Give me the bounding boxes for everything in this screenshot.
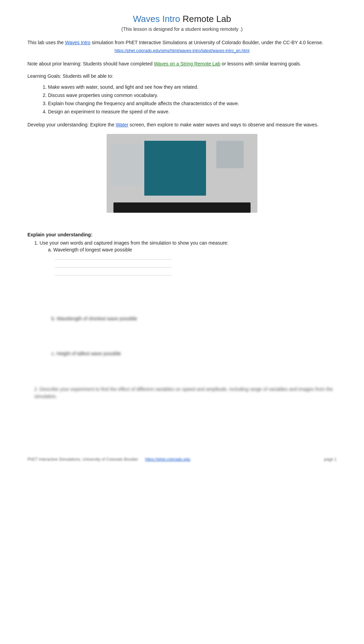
learning-goal-4: Design an experiment to measure the spee… bbox=[48, 108, 337, 116]
develop-text-after: screen, then explore to make water waves… bbox=[128, 122, 318, 127]
simulation-container bbox=[27, 134, 337, 213]
explain-title: Explain your understanding: bbox=[27, 232, 337, 237]
blank-line-2 bbox=[55, 267, 171, 268]
sim-center-panel bbox=[144, 141, 206, 196]
sim-bottom-bar bbox=[113, 202, 251, 213]
learning-goals-label: Learning Goals: Students will be able to… bbox=[27, 72, 337, 80]
sub-c-label: c. Height of tallest wave possible bbox=[51, 351, 121, 356]
simulation-image bbox=[107, 134, 257, 213]
subtitle: (This lesson is designed for a student w… bbox=[27, 26, 337, 32]
develop-section: Develop your understanding: Explore the … bbox=[27, 121, 337, 128]
footer-text: PhET Interactive Simulations, University… bbox=[27, 457, 138, 462]
title-remote: Remote Lab bbox=[180, 14, 231, 24]
answer-lines-a bbox=[55, 259, 337, 275]
blurred-section-b: b. Wavelength of shortest wave possible bbox=[34, 316, 337, 321]
footer-page: page 1 bbox=[324, 457, 337, 462]
question-1: 1. Use your own words and captured image… bbox=[27, 240, 337, 356]
prior-learning-text-after: or lessons with similar learning goals. bbox=[220, 61, 301, 66]
footer-link[interactable]: https://phet.colorado.edu bbox=[145, 457, 190, 462]
blank-line-3 bbox=[55, 275, 171, 275]
develop-text-before: Explore the bbox=[89, 122, 116, 127]
learning-goals-section: Learning Goals: Students will be able to… bbox=[27, 72, 337, 116]
sub-item-c: c. Height of tallest wave possible bbox=[41, 351, 337, 356]
sim-background bbox=[107, 134, 257, 213]
blurred-section-c: c. Height of tallest wave possible bbox=[34, 351, 337, 356]
waves-string-link[interactable]: Waves on a String Remote Lab bbox=[154, 61, 220, 66]
learning-goal-3: Explain how changing the frequency and a… bbox=[48, 100, 337, 108]
sub-a-label: a. Wavelength of longest wave possible bbox=[48, 247, 132, 252]
page-title-container: Waves Intro Remote Lab bbox=[27, 14, 337, 24]
sub-item-a: a. Wavelength of longest wave possible bbox=[34, 247, 337, 252]
waves-intro-link[interactable]: Waves Intro bbox=[65, 40, 90, 45]
blank-line-1 bbox=[55, 259, 171, 260]
question-2: 2. Describe your experiment to find the … bbox=[27, 386, 337, 400]
sim-right-panel bbox=[216, 141, 244, 168]
question-1-label: 1. Use your own words and captured image… bbox=[34, 240, 337, 246]
learning-goals-list: Make waves with water, sound, and light … bbox=[27, 83, 337, 116]
question-2-label: 2. Describe your experiment to find the … bbox=[34, 386, 337, 400]
sim-left-panel bbox=[110, 144, 143, 185]
footer-section: PhET Interactive Simulations, University… bbox=[27, 457, 337, 462]
explain-section: Explain your understanding: 1. Use your … bbox=[27, 232, 337, 400]
phet-url-link[interactable]: https://phet.colorado.edu/sims/html/wave… bbox=[27, 48, 337, 54]
water-link[interactable]: Water bbox=[116, 122, 129, 127]
prior-learning-text-before: Students should have completed bbox=[82, 61, 154, 66]
learning-goal-1: Make waves with water, sound, and light … bbox=[48, 83, 337, 91]
title-waves: Waves Intro bbox=[133, 14, 180, 24]
learning-goal-2: Discuss wave properties using common voc… bbox=[48, 91, 337, 100]
prior-learning-section: Note about prior learning: Students shou… bbox=[27, 60, 337, 67]
intro-text-after: simulation from PhET Interactive Simulat… bbox=[90, 40, 324, 45]
sub-item-b: b. Wavelength of shortest wave possible bbox=[41, 316, 337, 321]
intro-section: This lab uses the Waves Intro simulation… bbox=[27, 39, 337, 54]
sub-b-label: b. Wavelength of shortest wave possible bbox=[51, 316, 137, 321]
prior-learning-label: Note about prior learning: bbox=[27, 61, 82, 66]
develop-label: Develop your understanding: bbox=[27, 122, 89, 127]
intro-text-before: This lab uses the bbox=[27, 40, 65, 45]
